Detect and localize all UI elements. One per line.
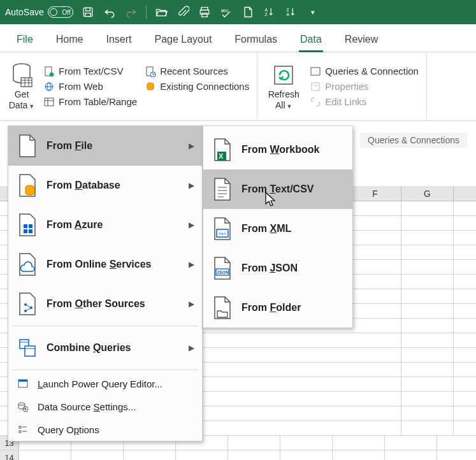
svg-point-18 — [50, 73, 54, 76]
table-icon — [43, 96, 55, 108]
sort-asc-icon[interactable]: AZ — [263, 5, 277, 19]
svg-rect-12 — [21, 78, 32, 87]
menu-from-other[interactable]: From Other Sources ▶ — [8, 284, 202, 324]
menu-from-database-label: From Database — [47, 180, 120, 191]
menu-from-file-label: From File — [47, 140, 92, 152]
new-icon[interactable] — [241, 5, 255, 19]
menu-from-other-label: From Other Sources — [47, 298, 145, 310]
tab-formulas[interactable]: Formulas — [223, 29, 289, 52]
options-icon — [17, 424, 29, 435]
get-data-stack2: Recent Sources Existing Connections — [141, 55, 253, 118]
col-header-f[interactable]: F — [349, 186, 401, 201]
tab-insert[interactable]: Insert — [94, 29, 143, 52]
menu-from-azure[interactable]: From Azure ▶ — [8, 205, 202, 245]
queries-connections-button[interactable]: Queries & Connection — [310, 66, 419, 77]
customize-qat-icon[interactable]: ▾ — [306, 5, 320, 19]
toggle-off-icon: Off — [48, 6, 73, 18]
settings-icon — [17, 401, 29, 412]
submenu-json-label: From JSON — [242, 262, 298, 274]
svg-rect-33 — [24, 224, 27, 228]
text-file-icon — [43, 66, 55, 77]
menu-combine[interactable]: Combine Queries ▶ — [8, 328, 202, 368]
existing-connections-button[interactable]: Existing Connections — [145, 81, 249, 92]
undo-icon[interactable] — [103, 5, 117, 19]
tab-review[interactable]: Review — [333, 29, 389, 52]
get-data-button[interactable]: Get Data▼ — [4, 55, 40, 118]
from-table-label: From Table/Range — [59, 96, 137, 107]
recent-sources-label: Recent Sources — [160, 66, 228, 76]
menu-from-file[interactable]: From File ▶ — [8, 126, 202, 166]
sort-desc-icon[interactable]: ZA — [284, 5, 298, 19]
menu-data-source[interactable]: Data Source Settings... — [8, 395, 202, 418]
col-header-g[interactable]: G — [401, 186, 454, 201]
submenu-json[interactable]: JSON From JSON — [203, 248, 352, 288]
svg-rect-36 — [29, 229, 32, 233]
save-icon[interactable] — [81, 5, 95, 19]
xml-icon: <•> — [212, 217, 233, 241]
separator — [12, 370, 198, 370]
chevron-right-icon: ▶ — [189, 141, 194, 150]
separator — [12, 326, 198, 326]
svg-text:X: X — [219, 152, 224, 160]
json-icon: JSON — [212, 256, 233, 280]
from-text-csv-button[interactable]: From Text/CSV — [43, 66, 137, 77]
ribbon-content: Get Data▼ From Text/CSV From Web From Ta… — [0, 52, 476, 121]
connections-icon — [145, 81, 156, 92]
file-icon — [17, 134, 38, 158]
folder-icon — [212, 296, 233, 320]
svg-text:A: A — [286, 12, 289, 17]
submenu-xml-label: From XML — [242, 223, 291, 234]
svg-rect-47 — [18, 380, 27, 382]
from-file-submenu: X From Workbook From Text/CSV <•> From X… — [203, 126, 353, 328]
refresh-label1: Refresh — [268, 89, 299, 100]
submenu-xml[interactable]: <•> From XML — [203, 209, 352, 248]
menu-data-source-label: Data Source Settings... — [38, 401, 136, 412]
svg-rect-43 — [25, 346, 35, 356]
tab-page-layout[interactable]: Page Layout — [143, 29, 223, 52]
separator — [146, 5, 147, 19]
svg-text:<•>: <•> — [219, 231, 226, 236]
submenu-folder-label: From Folder — [242, 302, 301, 313]
print-icon[interactable] — [198, 5, 212, 19]
menu-from-database[interactable]: From Database ▶ — [8, 166, 202, 205]
spellcheck-icon[interactable]: abc — [219, 5, 233, 19]
from-web-button[interactable]: From Web — [43, 81, 137, 92]
get-data-stack1: From Text/CSV From Web From Table/Range — [40, 55, 141, 118]
svg-rect-2 — [85, 13, 90, 17]
tab-home[interactable]: Home — [45, 29, 95, 52]
svg-rect-51 — [19, 426, 21, 428]
open-icon[interactable] — [154, 5, 168, 19]
recent-sources-button[interactable]: Recent Sources — [145, 66, 249, 77]
group-queries: Refresh All▼ Queries & Connection Proper… — [257, 52, 427, 120]
menu-launch-pqe-label: Launch Power Query Editor... — [38, 378, 162, 389]
svg-rect-34 — [29, 224, 32, 228]
combine-icon — [17, 336, 38, 360]
svg-text:abc: abc — [220, 8, 228, 13]
azure-icon — [17, 213, 38, 237]
get-data-menu: From File ▶ From Database ▶ From Azure ▶… — [8, 126, 203, 442]
svg-text:A: A — [264, 8, 268, 12]
menu-combine-label: Combine Queries — [47, 342, 131, 354]
menu-query-options[interactable]: Query Options — [8, 418, 202, 441]
submenu-workbook[interactable]: X From Workbook — [203, 130, 352, 169]
workbook-icon: X — [212, 138, 233, 162]
autosave-toggle[interactable]: AutoSave Off — [5, 6, 73, 18]
redo-icon[interactable] — [124, 5, 138, 19]
cloud-icon — [17, 252, 38, 277]
tab-data[interactable]: Data — [289, 29, 333, 52]
from-table-button[interactable]: From Table/Range — [43, 96, 137, 108]
row-header-14[interactable]: 14 — [0, 450, 19, 460]
attach-icon[interactable] — [176, 5, 190, 19]
svg-text:Z: Z — [264, 12, 267, 17]
tab-file[interactable]: File — [5, 29, 45, 52]
menu-from-online[interactable]: From Online Services ▶ — [8, 245, 202, 284]
submenu-folder[interactable]: From Folder — [203, 288, 352, 327]
refresh-label2: All▼ — [275, 100, 292, 111]
get-data-label2: Data▼ — [9, 100, 35, 111]
queries-stack: Queries & Connection Properties Edit Lin… — [306, 55, 422, 118]
queries-conn-label: Queries & Connection — [325, 66, 419, 76]
menu-launch-pqe[interactable]: Launch Power Query Editor... — [8, 372, 202, 395]
submenu-text-csv[interactable]: From Text/CSV — [203, 169, 352, 209]
refresh-all-button[interactable]: Refresh All▼ — [261, 55, 306, 118]
database-icon — [17, 173, 38, 198]
